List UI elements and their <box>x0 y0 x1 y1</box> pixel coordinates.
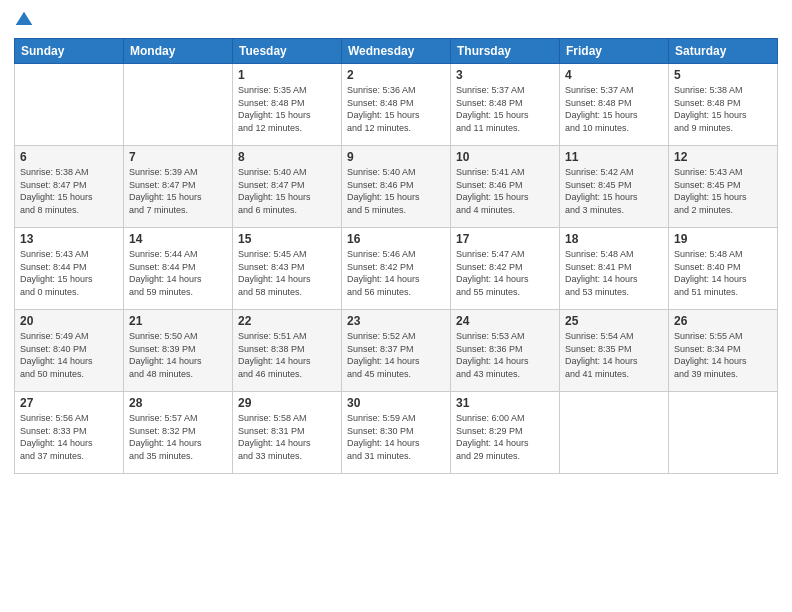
day-number: 8 <box>238 150 336 164</box>
calendar-cell <box>15 64 124 146</box>
calendar-cell: 28Sunrise: 5:57 AM Sunset: 8:32 PM Dayli… <box>124 392 233 474</box>
day-number: 22 <box>238 314 336 328</box>
day-number: 29 <box>238 396 336 410</box>
calendar-cell: 19Sunrise: 5:48 AM Sunset: 8:40 PM Dayli… <box>669 228 778 310</box>
day-info: Sunrise: 5:38 AM Sunset: 8:48 PM Dayligh… <box>674 84 772 134</box>
calendar-cell: 18Sunrise: 5:48 AM Sunset: 8:41 PM Dayli… <box>560 228 669 310</box>
weekday-header: Wednesday <box>342 39 451 64</box>
svg-marker-0 <box>16 12 33 25</box>
day-info: Sunrise: 5:43 AM Sunset: 8:44 PM Dayligh… <box>20 248 118 298</box>
calendar-cell: 17Sunrise: 5:47 AM Sunset: 8:42 PM Dayli… <box>451 228 560 310</box>
day-number: 27 <box>20 396 118 410</box>
day-number: 31 <box>456 396 554 410</box>
calendar-cell: 24Sunrise: 5:53 AM Sunset: 8:36 PM Dayli… <box>451 310 560 392</box>
day-number: 14 <box>129 232 227 246</box>
day-number: 4 <box>565 68 663 82</box>
calendar-cell: 2Sunrise: 5:36 AM Sunset: 8:48 PM Daylig… <box>342 64 451 146</box>
weekday-header: Saturday <box>669 39 778 64</box>
calendar-week-row: 13Sunrise: 5:43 AM Sunset: 8:44 PM Dayli… <box>15 228 778 310</box>
day-info: Sunrise: 5:42 AM Sunset: 8:45 PM Dayligh… <box>565 166 663 216</box>
calendar-cell: 20Sunrise: 5:49 AM Sunset: 8:40 PM Dayli… <box>15 310 124 392</box>
day-number: 21 <box>129 314 227 328</box>
day-info: Sunrise: 5:55 AM Sunset: 8:34 PM Dayligh… <box>674 330 772 380</box>
day-info: Sunrise: 5:37 AM Sunset: 8:48 PM Dayligh… <box>456 84 554 134</box>
calendar-cell: 8Sunrise: 5:40 AM Sunset: 8:47 PM Daylig… <box>233 146 342 228</box>
day-info: Sunrise: 5:58 AM Sunset: 8:31 PM Dayligh… <box>238 412 336 462</box>
day-number: 13 <box>20 232 118 246</box>
calendar-cell: 5Sunrise: 5:38 AM Sunset: 8:48 PM Daylig… <box>669 64 778 146</box>
day-number: 16 <box>347 232 445 246</box>
calendar-cell: 3Sunrise: 5:37 AM Sunset: 8:48 PM Daylig… <box>451 64 560 146</box>
day-number: 25 <box>565 314 663 328</box>
calendar-cell: 25Sunrise: 5:54 AM Sunset: 8:35 PM Dayli… <box>560 310 669 392</box>
calendar-cell: 22Sunrise: 5:51 AM Sunset: 8:38 PM Dayli… <box>233 310 342 392</box>
day-number: 1 <box>238 68 336 82</box>
calendar-cell: 27Sunrise: 5:56 AM Sunset: 8:33 PM Dayli… <box>15 392 124 474</box>
day-number: 10 <box>456 150 554 164</box>
day-number: 30 <box>347 396 445 410</box>
day-number: 23 <box>347 314 445 328</box>
day-info: Sunrise: 5:37 AM Sunset: 8:48 PM Dayligh… <box>565 84 663 134</box>
day-info: Sunrise: 5:53 AM Sunset: 8:36 PM Dayligh… <box>456 330 554 380</box>
day-number: 28 <box>129 396 227 410</box>
day-info: Sunrise: 5:51 AM Sunset: 8:38 PM Dayligh… <box>238 330 336 380</box>
day-info: Sunrise: 5:56 AM Sunset: 8:33 PM Dayligh… <box>20 412 118 462</box>
day-info: Sunrise: 5:59 AM Sunset: 8:30 PM Dayligh… <box>347 412 445 462</box>
day-info: Sunrise: 5:38 AM Sunset: 8:47 PM Dayligh… <box>20 166 118 216</box>
day-info: Sunrise: 5:40 AM Sunset: 8:47 PM Dayligh… <box>238 166 336 216</box>
day-info: Sunrise: 5:41 AM Sunset: 8:46 PM Dayligh… <box>456 166 554 216</box>
day-number: 20 <box>20 314 118 328</box>
day-number: 7 <box>129 150 227 164</box>
calendar-cell: 26Sunrise: 5:55 AM Sunset: 8:34 PM Dayli… <box>669 310 778 392</box>
calendar-cell: 12Sunrise: 5:43 AM Sunset: 8:45 PM Dayli… <box>669 146 778 228</box>
calendar-cell: 6Sunrise: 5:38 AM Sunset: 8:47 PM Daylig… <box>15 146 124 228</box>
day-number: 17 <box>456 232 554 246</box>
calendar-cell <box>669 392 778 474</box>
day-number: 9 <box>347 150 445 164</box>
calendar-week-row: 1Sunrise: 5:35 AM Sunset: 8:48 PM Daylig… <box>15 64 778 146</box>
day-number: 12 <box>674 150 772 164</box>
calendar-cell: 10Sunrise: 5:41 AM Sunset: 8:46 PM Dayli… <box>451 146 560 228</box>
page: SundayMondayTuesdayWednesdayThursdayFrid… <box>0 0 792 612</box>
calendar-cell: 15Sunrise: 5:45 AM Sunset: 8:43 PM Dayli… <box>233 228 342 310</box>
day-info: Sunrise: 5:48 AM Sunset: 8:41 PM Dayligh… <box>565 248 663 298</box>
weekday-header: Tuesday <box>233 39 342 64</box>
calendar-cell: 30Sunrise: 5:59 AM Sunset: 8:30 PM Dayli… <box>342 392 451 474</box>
calendar-cell: 13Sunrise: 5:43 AM Sunset: 8:44 PM Dayli… <box>15 228 124 310</box>
calendar-cell: 23Sunrise: 5:52 AM Sunset: 8:37 PM Dayli… <box>342 310 451 392</box>
day-info: Sunrise: 5:44 AM Sunset: 8:44 PM Dayligh… <box>129 248 227 298</box>
weekday-header-row: SundayMondayTuesdayWednesdayThursdayFrid… <box>15 39 778 64</box>
calendar-table: SundayMondayTuesdayWednesdayThursdayFrid… <box>14 38 778 474</box>
day-info: Sunrise: 5:57 AM Sunset: 8:32 PM Dayligh… <box>129 412 227 462</box>
day-number: 2 <box>347 68 445 82</box>
day-info: Sunrise: 5:40 AM Sunset: 8:46 PM Dayligh… <box>347 166 445 216</box>
calendar-cell: 14Sunrise: 5:44 AM Sunset: 8:44 PM Dayli… <box>124 228 233 310</box>
day-number: 18 <box>565 232 663 246</box>
day-info: Sunrise: 5:36 AM Sunset: 8:48 PM Dayligh… <box>347 84 445 134</box>
calendar-week-row: 20Sunrise: 5:49 AM Sunset: 8:40 PM Dayli… <box>15 310 778 392</box>
day-number: 5 <box>674 68 772 82</box>
day-number: 11 <box>565 150 663 164</box>
weekday-header: Thursday <box>451 39 560 64</box>
header <box>14 10 778 32</box>
calendar-cell: 7Sunrise: 5:39 AM Sunset: 8:47 PM Daylig… <box>124 146 233 228</box>
logo-icon <box>14 10 34 30</box>
day-info: Sunrise: 5:49 AM Sunset: 8:40 PM Dayligh… <box>20 330 118 380</box>
day-info: Sunrise: 5:45 AM Sunset: 8:43 PM Dayligh… <box>238 248 336 298</box>
calendar-cell: 29Sunrise: 5:58 AM Sunset: 8:31 PM Dayli… <box>233 392 342 474</box>
day-number: 3 <box>456 68 554 82</box>
day-number: 24 <box>456 314 554 328</box>
calendar-cell: 4Sunrise: 5:37 AM Sunset: 8:48 PM Daylig… <box>560 64 669 146</box>
calendar-cell: 16Sunrise: 5:46 AM Sunset: 8:42 PM Dayli… <box>342 228 451 310</box>
day-info: Sunrise: 5:50 AM Sunset: 8:39 PM Dayligh… <box>129 330 227 380</box>
weekday-header: Friday <box>560 39 669 64</box>
calendar-cell: 31Sunrise: 6:00 AM Sunset: 8:29 PM Dayli… <box>451 392 560 474</box>
weekday-header: Monday <box>124 39 233 64</box>
calendar-cell: 21Sunrise: 5:50 AM Sunset: 8:39 PM Dayli… <box>124 310 233 392</box>
day-number: 6 <box>20 150 118 164</box>
day-number: 26 <box>674 314 772 328</box>
logo <box>14 10 36 32</box>
day-info: Sunrise: 5:43 AM Sunset: 8:45 PM Dayligh… <box>674 166 772 216</box>
calendar-cell: 1Sunrise: 5:35 AM Sunset: 8:48 PM Daylig… <box>233 64 342 146</box>
day-info: Sunrise: 5:54 AM Sunset: 8:35 PM Dayligh… <box>565 330 663 380</box>
